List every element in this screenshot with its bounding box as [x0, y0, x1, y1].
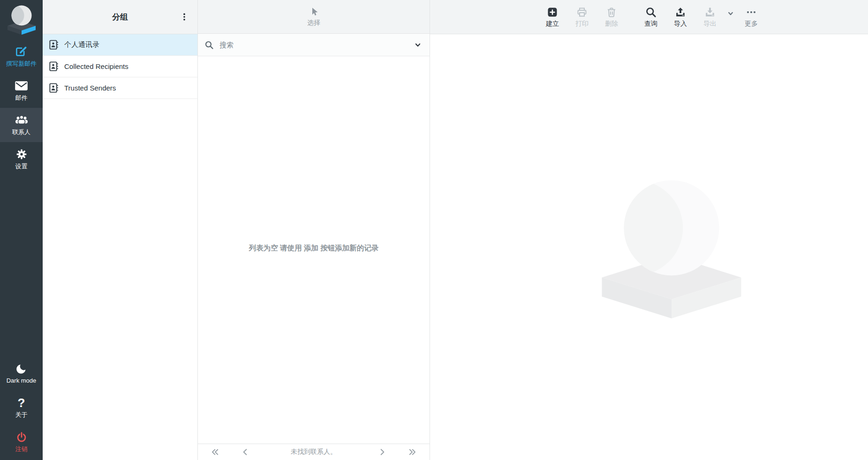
- print-button[interactable]: 打印: [569, 6, 595, 28]
- chevron-down-icon: [727, 11, 734, 16]
- search-options-button[interactable]: [413, 40, 423, 50]
- contacts-list-panel: 选择 列表为空 请使用 添加 按钮添加新的记录: [198, 0, 430, 460]
- search-icon: [204, 40, 214, 50]
- group-item-trusted-senders[interactable]: Trusted Senders: [43, 77, 197, 99]
- upload-icon: [675, 6, 686, 18]
- empty-list-message: 列表为空 请使用 添加 按钮添加新的记录: [198, 243, 430, 253]
- group-item-label: Collected Recipients: [64, 62, 128, 70]
- roundcube-contacts-window: 撰写新邮件 邮件: [0, 0, 868, 460]
- sidebar-item-settings[interactable]: 设置: [0, 142, 43, 176]
- roundcube-logo-icon: [6, 5, 37, 35]
- more-actions-button[interactable]: 更多: [739, 6, 764, 28]
- mouse-pointer-icon: [309, 7, 319, 17]
- roundcube-logo[interactable]: [0, 0, 43, 39]
- toolbar-button-label: 导出: [703, 20, 717, 28]
- group-item-label: 个人通讯录: [64, 40, 99, 49]
- app-sidebar: 撰写新邮件 邮件: [0, 0, 43, 460]
- compose-icon: [15, 45, 28, 58]
- next-page-button[interactable]: [377, 447, 387, 457]
- content-area: 建立 打印: [430, 0, 868, 460]
- ellipsis-icon: [746, 6, 757, 18]
- address-book-icon: [48, 61, 59, 72]
- trash-icon: [606, 6, 617, 18]
- sidebar-item-label: 撰写新邮件: [6, 60, 37, 68]
- groups-options-button[interactable]: [177, 0, 192, 34]
- last-page-button[interactable]: [406, 447, 418, 457]
- sidebar-item-label: 邮件: [15, 95, 28, 102]
- chevron-right-icon: [379, 448, 385, 456]
- power-icon: [15, 430, 28, 444]
- envelope-icon: [15, 79, 28, 92]
- groups-list: 个人通讯录 Collected Recipients: [43, 34, 197, 99]
- contacts-toolbar: 建立 打印: [430, 0, 868, 34]
- plus-square-icon: [547, 6, 558, 18]
- kebab-icon: [180, 11, 189, 23]
- gear-icon: [15, 148, 28, 161]
- export-dropdown-caret[interactable]: [727, 11, 734, 16]
- create-contact-button[interactable]: 建立: [540, 6, 565, 28]
- toolbar-button-label: 导入: [674, 20, 687, 28]
- sidebar-item-label: Dark mode: [7, 377, 37, 385]
- toolbar-button-label: 打印: [575, 20, 589, 28]
- import-button[interactable]: 导入: [668, 6, 693, 28]
- sidebar-item-contacts[interactable]: 联系人: [0, 108, 43, 142]
- toolbar-button-label: 建立: [546, 20, 559, 28]
- chevron-down-icon: [414, 41, 422, 49]
- search-contacts-button[interactable]: 查询: [638, 6, 664, 28]
- download-icon: [704, 6, 716, 18]
- sidebar-item-label: 注销: [15, 446, 28, 453]
- question-icon: ?: [18, 396, 25, 409]
- sidebar-item-compose[interactable]: 撰写新邮件: [0, 39, 43, 74]
- double-chevron-left-icon: [211, 448, 219, 456]
- chevron-left-icon: [242, 448, 248, 456]
- sidebar-item-logout[interactable]: 注销: [0, 425, 43, 459]
- export-button[interactable]: 导出: [697, 6, 723, 28]
- magnifier-icon: [645, 6, 657, 18]
- select-button[interactable]: 选择: [198, 0, 430, 34]
- contacts-pagination: 未找到联系人。: [198, 444, 430, 460]
- toolbar-button-label: 删除: [605, 20, 618, 28]
- sidebar-item-about[interactable]: ? 关于: [0, 391, 43, 425]
- groups-panel-title: 分组: [112, 12, 128, 23]
- moon-icon: [15, 362, 27, 375]
- select-button-label: 选择: [307, 19, 320, 27]
- groups-panel: 分组 个人通讯录: [43, 0, 198, 460]
- group-item-collected-recipients[interactable]: Collected Recipients: [43, 56, 197, 77]
- first-page-button[interactable]: [209, 447, 221, 457]
- printer-icon: [576, 6, 588, 18]
- group-item-personal-addressbook[interactable]: 个人通讯录: [43, 34, 197, 56]
- double-chevron-right-icon: [408, 448, 416, 456]
- people-icon: [15, 113, 29, 127]
- sidebar-item-label: 关于: [15, 412, 28, 419]
- address-book-icon: [48, 83, 59, 93]
- contacts-search-bar: [198, 34, 430, 56]
- toolbar-button-label: 更多: [745, 20, 758, 28]
- group-item-label: Trusted Senders: [64, 84, 116, 92]
- roundcube-watermark-icon: [602, 179, 741, 320]
- previous-page-button[interactable]: [240, 447, 250, 457]
- delete-button[interactable]: 删除: [599, 6, 624, 28]
- contacts-list: 列表为空 请使用 添加 按钮添加新的记录: [198, 56, 430, 444]
- toolbar-button-label: 查询: [644, 20, 657, 28]
- sidebar-spacer: [0, 176, 43, 356]
- roundcube-watermark: [602, 179, 741, 320]
- sidebar-item-darkmode[interactable]: Dark mode: [0, 356, 43, 391]
- sidebar-item-label: 设置: [15, 163, 28, 170]
- pagination-status: 未找到联系人。: [250, 448, 377, 456]
- groups-panel-header: 分组: [43, 0, 197, 34]
- search-input[interactable]: [219, 40, 408, 49]
- address-book-icon: [48, 39, 59, 50]
- sidebar-item-label: 联系人: [12, 129, 30, 136]
- sidebar-item-mail[interactable]: 邮件: [0, 74, 43, 108]
